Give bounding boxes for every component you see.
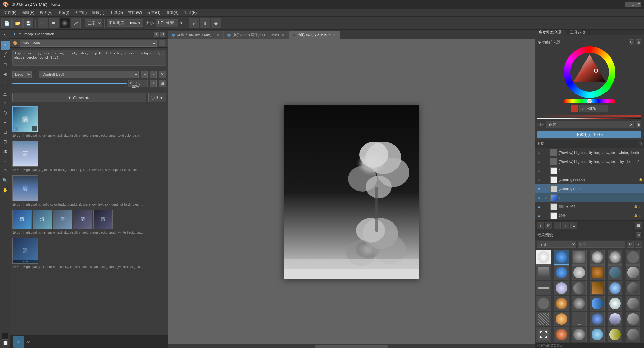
crop-tool[interactable]: ⊡ (1, 128, 10, 137)
layer-vis-4[interactable]: ○ (536, 177, 542, 183)
count-dropdown[interactable]: ▼ (159, 95, 164, 100)
menu-script[interactable]: 脚本(S) (163, 9, 181, 16)
tab-qingni[interactable]: 清泥.kra (27.8 MiB) * ✕ (289, 31, 340, 39)
hue-slider[interactable] (564, 99, 615, 103)
control-more-btn[interactable]: ⋮ (150, 71, 157, 78)
polygon-tool[interactable]: ⬡ (1, 108, 10, 117)
menu-file[interactable]: 文件(F) (1, 9, 19, 16)
transform-tool[interactable]: ⊞ (1, 137, 10, 146)
menu-tool[interactable]: 工具(O) (107, 9, 126, 16)
fill-tool[interactable]: ◉ (1, 70, 10, 79)
pan-tool[interactable]: ✋ (1, 186, 10, 195)
menu-help[interactable]: 帮助(H) (181, 9, 200, 16)
layers-expand-btn[interactable]: ⊞ (639, 141, 642, 146)
layer-blend-select[interactable]: 正常 (546, 121, 634, 128)
brush-panel-expand-btn[interactable]: ⊞ (636, 232, 641, 238)
eraser-tool[interactable]: ◻ (1, 60, 10, 69)
ai-gallery[interactable]: 清 ✓ ⋯ 19:30 - High quality, ice, snow, t… (10, 104, 168, 335)
brush-outline-btn[interactable]: ⬡ (38, 18, 48, 28)
generate-btn[interactable]: ✦ Generate (12, 93, 146, 102)
brush-preset-1[interactable] (536, 250, 551, 265)
layer-vis-7[interactable]: ● (536, 204, 542, 210)
control-progress-btn[interactable]: ⋯ (141, 71, 148, 78)
brush-preset-20[interactable] (554, 296, 569, 311)
rp-tab-tools[interactable]: 工具选项 (566, 30, 590, 35)
brush-preset-3[interactable] (572, 250, 587, 265)
foreground-color[interactable] (2, 333, 8, 340)
tab-xl-digital[interactable]: XL数字.kra (56.1 MiB) * ✕ (168, 31, 224, 39)
mirror-h-btn[interactable]: ⇄ (189, 18, 199, 28)
tab-close-3[interactable]: ✕ (332, 33, 336, 37)
add-layer-btn[interactable]: + (537, 222, 544, 229)
brush-preset-5[interactable] (608, 250, 622, 265)
layer-vis-6[interactable]: ● (536, 195, 542, 201)
brush-type-btn[interactable]: 🖌 (71, 18, 81, 28)
brush-preset-15[interactable] (572, 281, 587, 295)
gallery-thumb-2[interactable]: 清 (12, 141, 38, 167)
color-hex-input[interactable] (579, 105, 608, 112)
gallery-strip-thumb-2[interactable]: 清 (33, 210, 52, 229)
size-dropdown[interactable]: ▼ (180, 21, 183, 25)
brush-preset-19[interactable] (536, 296, 551, 311)
menu-edit[interactable]: 编辑(E) (19, 9, 37, 16)
gallery-strip-thumb-5[interactable]: 清 (93, 210, 113, 229)
layer-vis-8[interactable]: ● (536, 213, 542, 219)
strength-expand-btn[interactable]: ⊞ (159, 80, 166, 87)
open-btn[interactable]: 📁 (12, 18, 23, 28)
copy-layer-btn[interactable]: ⎘ (545, 222, 552, 229)
maximize-btn[interactable]: □ (630, 2, 636, 7)
brush-preset-27[interactable] (572, 312, 587, 326)
layer-row-1[interactable]: ○ [Preview] High quality, ice, snow, tex… (535, 148, 644, 157)
strength-add-btn[interactable]: + (150, 80, 157, 87)
lightness-bar[interactable] (537, 118, 641, 119)
brush-preset-18[interactable] (626, 281, 640, 295)
gallery-thumb-3[interactable]: 清 (12, 175, 38, 201)
brush-preset-21[interactable] (572, 296, 587, 311)
control-type-select[interactable]: Depth (12, 71, 32, 78)
brush-preset-7[interactable] (536, 265, 551, 280)
brush-preset-29[interactable] (608, 312, 622, 326)
window-controls[interactable]: ─ □ ✕ (625, 2, 641, 7)
brush-list-view-btn[interactable]: ≡ (635, 241, 642, 248)
brush-preset-30[interactable] (626, 312, 640, 326)
layer-row-4[interactable]: ○ [Control] Line Art 🔒 (535, 175, 644, 184)
menu-filter[interactable]: 滤镜(T) (89, 9, 107, 16)
color-wheel-svg[interactable] (564, 46, 615, 98)
style-options-btn[interactable]: ⋯ (159, 40, 165, 46)
brush-preset-8[interactable] (554, 265, 569, 280)
menu-window[interactable]: 窗口(W) (126, 9, 145, 16)
gallery-strip-thumb-3[interactable]: 清 (53, 210, 72, 229)
text-tool[interactable]: T (1, 79, 10, 88)
zoom-tool[interactable]: 🔍 (1, 176, 10, 185)
layer-row-5[interactable]: ● ✓ [Control] Depth (535, 184, 644, 193)
brush-preset-32[interactable] (554, 327, 569, 342)
blend-expand-btn[interactable]: ⊞ (635, 121, 641, 128)
brush-preset-13[interactable] (536, 281, 551, 295)
brush-preset-17[interactable] (608, 281, 622, 295)
sample-tool[interactable]: ⊕ (1, 166, 10, 175)
menu-view[interactable]: 视图(V) (37, 9, 55, 16)
brush-preset-14[interactable] (554, 281, 569, 295)
brush-preset-12[interactable] (626, 265, 640, 280)
style-select[interactable]: New Style (20, 40, 157, 47)
canvas-scrollbar-h[interactable] (168, 344, 535, 348)
ai-prompt-input[interactable]: High quality, ice, snow, text, sky, dept… (12, 50, 166, 66)
brush-preset-16[interactable] (590, 281, 605, 295)
brush-preset-22[interactable] (590, 296, 605, 311)
layer-row-6[interactable]: ● ✓ 1 (535, 193, 644, 202)
alpha-bar[interactable] (537, 115, 641, 117)
brush-preset-33[interactable] (572, 327, 587, 342)
layer-vis-3[interactable]: ○ (536, 168, 542, 174)
shape-tool[interactable]: △ (1, 89, 10, 98)
minimize-btn[interactable]: ─ (625, 2, 630, 7)
color-refresh-btn[interactable]: ↻ (629, 39, 634, 45)
layer-vis-1[interactable]: ○ (536, 150, 542, 156)
h-scrollbar-thumb[interactable] (315, 345, 388, 348)
rp-tab-color[interactable]: 多功能绘色器 (535, 30, 566, 35)
tab-demo-xl[interactable]: 演示XL.kra 写保护 (12.0 MiB) ✕ (224, 31, 289, 39)
menu-settings[interactable]: 设置(G) (145, 9, 163, 16)
select-tool[interactable]: ↖ (1, 31, 10, 40)
close-btn[interactable]: ✕ (636, 2, 641, 7)
gallery-strip-thumb-1[interactable]: 清 (12, 210, 32, 229)
brush-preset-23[interactable] (608, 296, 622, 311)
